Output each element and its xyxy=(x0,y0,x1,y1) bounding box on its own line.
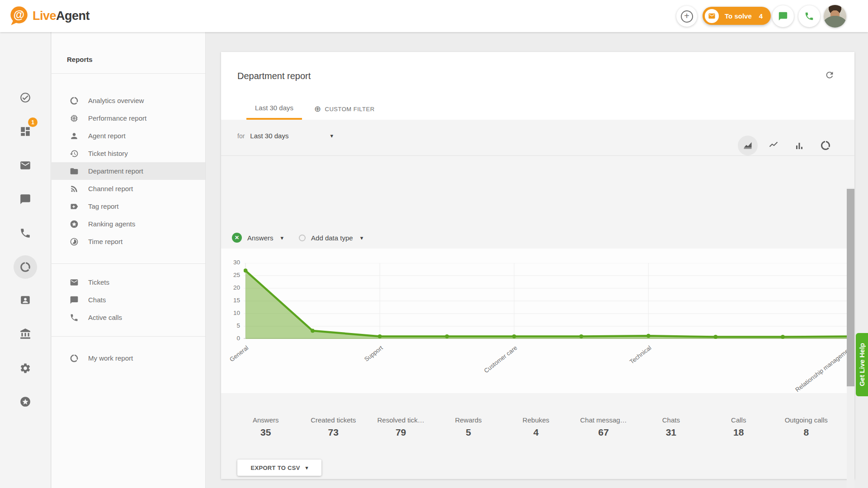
column-calls[interactable]: Calls xyxy=(719,487,781,488)
tab-last-30-days[interactable]: Last 30 days xyxy=(246,98,302,120)
remove-series-icon[interactable] xyxy=(232,233,242,243)
stat-chats: Chats31 xyxy=(637,413,705,438)
x-tick-label: Relationship management xyxy=(794,344,854,393)
pie-chart-toggle[interactable] xyxy=(816,136,835,155)
chevron-down-icon[interactable] xyxy=(281,235,284,241)
sidebar-item-ranking-agents[interactable]: Ranking agents xyxy=(52,215,205,233)
stat-rebukes: Rebukes4 xyxy=(502,413,570,438)
vertical-scrollbar[interactable] xyxy=(847,188,854,488)
analytics-donut-icon xyxy=(70,96,79,105)
chart-area: 051015202530 GeneralSupportCustomer care… xyxy=(221,249,854,393)
star-circle-icon xyxy=(70,220,79,229)
sidebar-item-department-report[interactable]: Department report xyxy=(52,162,205,180)
stat-resolved-tickets: Resolved tick…79 xyxy=(367,413,434,438)
sidebar-item-analytics-overview[interactable]: Analytics overview xyxy=(52,92,205,109)
person-icon xyxy=(70,131,79,141)
sidebar-item-agent-report[interactable]: Agent report xyxy=(52,127,205,145)
refresh-report-button[interactable] xyxy=(825,70,835,80)
logo-bubble-icon: @ xyxy=(7,5,30,27)
area-chart-toggle[interactable] xyxy=(738,136,758,155)
chevron-down-icon xyxy=(330,132,333,139)
sidebar-item-my-work-report[interactable]: My work report xyxy=(52,349,205,367)
footer-menu: My work report xyxy=(52,349,205,367)
y-tick-label: 15 xyxy=(221,297,240,304)
rail-tickets-button[interactable] xyxy=(15,155,35,175)
vertical-scrollbar-thumb[interactable] xyxy=(847,189,854,386)
pie-chart-icon xyxy=(19,261,31,273)
rail-reports-button[interactable] xyxy=(14,255,37,279)
report-tabs: Last 30 days CUSTOM FILTER xyxy=(221,98,375,120)
rail-tasks-button[interactable] xyxy=(15,88,35,108)
rail-calls-button[interactable] xyxy=(15,223,35,243)
y-tick-label: 25 xyxy=(221,272,240,278)
add-new-button[interactable] xyxy=(676,6,697,27)
get-live-help-label: Get Live Help xyxy=(858,343,866,386)
phone-icon xyxy=(70,313,79,322)
chat-bubble-icon xyxy=(778,11,788,21)
start-chat-button[interactable] xyxy=(772,5,794,27)
summary-stats: Answers35 Created tickets73 Resolved tic… xyxy=(232,413,840,438)
sidebar-item-tag-report[interactable]: Tag report xyxy=(52,197,205,215)
reports-menu: Analytics overview Performance report Ag… xyxy=(52,92,205,250)
donut-chart-icon xyxy=(820,140,831,151)
empty-circle-icon xyxy=(299,235,306,241)
x-tick-label: Technical xyxy=(628,344,653,365)
rail-contacts-button[interactable] xyxy=(15,290,35,310)
start-call-button[interactable] xyxy=(798,5,820,27)
sidebar-item-active-calls[interactable]: Active calls xyxy=(52,309,205,326)
get-live-help-tab[interactable]: Get Live Help xyxy=(856,333,868,396)
sidebar-item-channel-report[interactable]: Channel report xyxy=(52,180,205,197)
sidebar-item-time-report[interactable]: Time report xyxy=(52,233,205,250)
column-outgoing-calls[interactable]: Outgoing calls xyxy=(781,487,843,488)
stat-outgoing-calls: Outgoing calls8 xyxy=(773,413,840,438)
plus-icon xyxy=(681,10,693,23)
export-to-csv-button[interactable]: EXPORT TO CSV xyxy=(237,460,321,476)
column-chat-messages[interactable]: Chat messages xyxy=(595,487,657,488)
sidebar-item-ticket-history[interactable]: Ticket history xyxy=(52,145,205,162)
table-header-row: Department name Answers Created tickets … xyxy=(221,480,845,488)
rail-chats-button[interactable] xyxy=(15,189,35,209)
y-tick-label: 10 xyxy=(221,310,240,316)
stat-chat-messages: Chat messag…67 xyxy=(570,413,637,438)
chip-icon xyxy=(70,114,79,123)
column-created-tickets[interactable]: Created tickets xyxy=(347,487,409,488)
column-resolved-tickets[interactable]: Resolved tickets xyxy=(409,487,471,488)
tab-custom-filter[interactable]: CUSTOM FILTER xyxy=(314,104,375,114)
answers-area-chart[interactable] xyxy=(244,263,852,339)
column-chats[interactable]: Chats xyxy=(657,487,719,488)
line-chart-toggle[interactable] xyxy=(764,136,783,155)
column-department-name[interactable]: Department name xyxy=(230,487,285,488)
area-chart-icon xyxy=(742,140,753,151)
user-avatar[interactable] xyxy=(824,5,846,28)
stat-answers: Answers35 xyxy=(232,413,299,438)
reports-sidebar: Reports Analytics overview Performance r… xyxy=(52,32,206,488)
logo-text: LiveAgent xyxy=(33,9,90,23)
rss-icon xyxy=(70,184,79,193)
rail-gamification-button[interactable] xyxy=(15,392,35,412)
bar-chart-toggle[interactable] xyxy=(789,136,809,155)
to-solve-label: To solve xyxy=(725,12,752,20)
date-range-select[interactable]: for Last 30 days xyxy=(237,132,333,140)
sidebar-item-performance-report[interactable]: Performance report xyxy=(52,109,205,127)
column-rebukes[interactable]: Rebukes xyxy=(533,487,595,488)
to-solve-button[interactable]: To solve 4 xyxy=(703,7,771,25)
y-tick-label: 30 xyxy=(221,259,240,266)
liveagent-logo[interactable]: @ LiveAgent xyxy=(7,5,90,27)
sidebar-item-tickets[interactable]: Tickets xyxy=(52,273,205,291)
rail-company-button[interactable] xyxy=(15,324,35,344)
sidebar-item-chats[interactable]: Chats xyxy=(52,291,205,309)
phone-icon xyxy=(804,11,814,21)
add-data-type-label[interactable]: Add data type xyxy=(311,234,353,242)
check-circle-icon xyxy=(19,92,31,103)
chevron-down-icon[interactable] xyxy=(360,235,363,241)
dashboard-grid-icon xyxy=(19,126,31,137)
history-clock-icon xyxy=(70,149,79,158)
column-rewards[interactable]: Rewards xyxy=(471,487,533,488)
column-answers[interactable]: Answers xyxy=(285,487,347,488)
plus-circle-icon xyxy=(314,104,321,114)
contact-card-icon xyxy=(19,294,31,306)
report-card: Department report Last 30 days CUSTOM FI… xyxy=(221,52,854,479)
date-range-value: Last 30 days xyxy=(250,132,288,140)
rail-settings-button[interactable] xyxy=(15,358,35,378)
report-body: for Last 30 days Answe xyxy=(221,120,854,479)
